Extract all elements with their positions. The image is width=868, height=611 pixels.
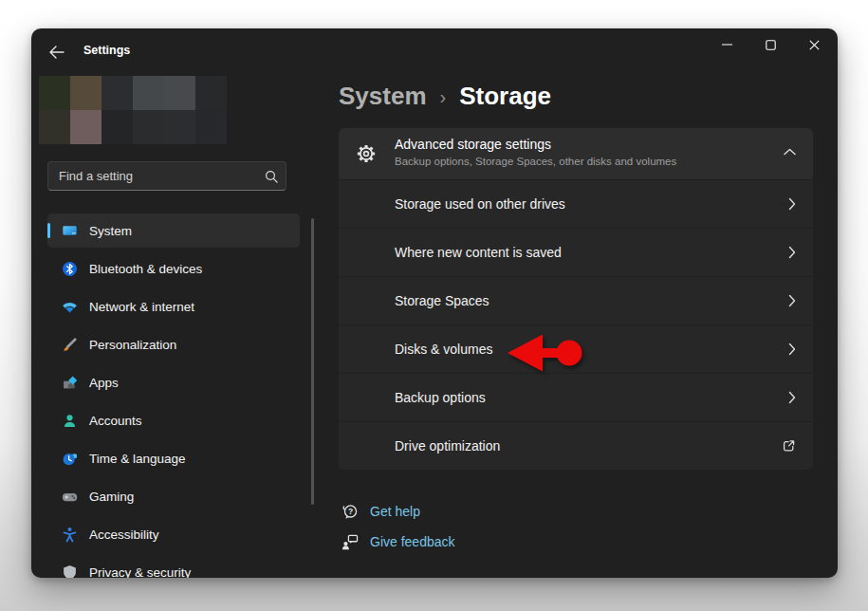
sidebar-item-personalization[interactable]: Personalization: [47, 327, 300, 361]
chevron-right-icon: [788, 392, 796, 404]
sidebar-scrollbar[interactable]: [311, 218, 314, 505]
minimize-icon: [722, 44, 732, 46]
sidebar-item-system[interactable]: System: [47, 213, 300, 248]
avatar-pixel: [70, 76, 102, 110]
expander-subtitle: Backup options, Storage Spaces, other di…: [395, 156, 676, 167]
get-help-icon: ?: [342, 503, 359, 520]
account-blurred-avatar[interactable]: [39, 76, 227, 144]
gear-icon: [355, 142, 378, 165]
sidebar-item-label: System: [89, 224, 132, 238]
back-arrow-icon: [48, 46, 65, 59]
page-title: Storage: [459, 82, 551, 111]
avatar-pixel: [39, 110, 70, 144]
avatar-pixel: [164, 110, 195, 144]
row-where-new-content-saved[interactable]: Where new content is saved: [339, 229, 813, 276]
window-controls: [705, 28, 836, 61]
search-icon: [265, 170, 278, 183]
avatar-pixel: [133, 110, 164, 144]
row-label: Where new content is saved: [395, 245, 562, 260]
maximize-button[interactable]: [748, 28, 792, 61]
selected-indicator: [47, 223, 50, 238]
row-label: Disks & volumes: [395, 342, 492, 357]
maximize-icon: [766, 40, 776, 50]
settings-window: Settings: [31, 28, 838, 578]
sidebar-item-label: Apps: [89, 376, 119, 390]
chevron-right-icon: [788, 343, 796, 356]
sidebar-item-label: Accounts: [89, 414, 142, 428]
get-help-link[interactable]: ? Get help: [342, 503, 420, 520]
avatar-pixel: [102, 76, 133, 110]
expander-title: Advanced storage settings: [395, 137, 676, 152]
shield-icon: [61, 564, 78, 578]
row-backup-options[interactable]: Backup options: [339, 374, 813, 421]
advanced-storage-expander[interactable]: Advanced storage settings Backup options…: [339, 128, 813, 179]
breadcrumb-separator-icon: ›: [440, 86, 447, 108]
sidebar-item-accounts[interactable]: Accounts: [47, 403, 300, 437]
screenshot-stage: Settings: [0, 0, 868, 611]
row-label: Storage used on other drives: [395, 196, 565, 212]
avatar-pixel: [195, 110, 227, 144]
close-icon: [809, 40, 820, 50]
window-title: Settings: [83, 44, 130, 57]
avatar-pixel: [164, 76, 195, 110]
row-storage-spaces[interactable]: Storage Spaces: [339, 277, 813, 324]
bluetooth-icon: [61, 260, 78, 277]
row-label: Drive optimization: [395, 438, 500, 454]
system-monitor-icon: [61, 222, 78, 239]
row-storage-used-other-drives[interactable]: Storage used on other drives: [339, 180, 813, 228]
sidebar-item-label: Gaming: [89, 490, 134, 504]
breadcrumb: System › Storage: [339, 82, 551, 111]
breadcrumb-system[interactable]: System: [339, 82, 427, 111]
row-drive-optimization[interactable]: Drive optimization: [339, 422, 813, 470]
sidebar-item-apps[interactable]: Apps: [47, 365, 300, 399]
row-label: Storage Spaces: [395, 293, 489, 308]
apps-icon: [61, 374, 78, 391]
clock-language-icon: [61, 450, 78, 467]
chevron-right-icon: [788, 198, 796, 211]
avatar-pixel: [39, 76, 70, 110]
sidebar-item-label: Bluetooth & devices: [89, 262, 202, 276]
chevron-right-icon: [788, 295, 796, 307]
sidebar-item-bluetooth-devices[interactable]: Bluetooth & devices: [47, 251, 300, 286]
avatar-pixel: [70, 110, 102, 144]
brush-icon: [61, 336, 78, 353]
close-button[interactable]: [792, 28, 836, 61]
search-box: [47, 161, 286, 191]
accounts-person-icon: [61, 412, 78, 429]
sidebar-item-gaming[interactable]: Gaming: [47, 479, 300, 513]
avatar-pixel: [195, 76, 227, 110]
external-link-icon: [782, 439, 796, 454]
give-feedback-icon: [342, 533, 359, 550]
row-disks-and-volumes[interactable]: Disks & volumes: [339, 325, 813, 373]
sidebar-item-label: Privacy & security: [89, 565, 191, 579]
back-button[interactable]: [43, 40, 69, 65]
sidebar-item-label: Personalization: [89, 338, 176, 352]
search-input[interactable]: [59, 169, 265, 183]
chevron-right-icon: [788, 247, 796, 259]
give-feedback-label: Give feedback: [370, 534, 455, 549]
sidebar-item-time-language[interactable]: Time & language: [47, 441, 300, 475]
svg-text:?: ?: [348, 506, 353, 515]
row-label: Backup options: [395, 390, 486, 405]
gamepad-icon: [61, 488, 78, 505]
sidebar-item-privacy-security[interactable]: Privacy & security: [47, 555, 300, 578]
sidebar-nav: System Bluetooth & devices Network & int…: [47, 213, 300, 578]
sidebar-item-label: Time & language: [89, 452, 186, 466]
get-help-label: Get help: [370, 504, 420, 519]
chevron-up-icon: [784, 148, 796, 156]
sidebar-item-label: Accessibility: [89, 528, 159, 542]
sidebar-item-label: Network & internet: [89, 300, 194, 314]
sidebar-item-accessibility[interactable]: Accessibility: [47, 517, 300, 551]
give-feedback-link[interactable]: Give feedback: [342, 533, 455, 550]
avatar-pixel: [102, 110, 133, 144]
sidebar-item-network-internet[interactable]: Network & internet: [47, 289, 300, 324]
wifi-icon: [61, 298, 78, 315]
minimize-button[interactable]: [705, 28, 748, 61]
advanced-storage-card: Advanced storage settings Backup options…: [339, 128, 813, 470]
accessibility-person-icon: [61, 526, 78, 543]
expander-text: Advanced storage settings Backup options…: [395, 137, 676, 167]
avatar-pixel: [133, 76, 164, 110]
